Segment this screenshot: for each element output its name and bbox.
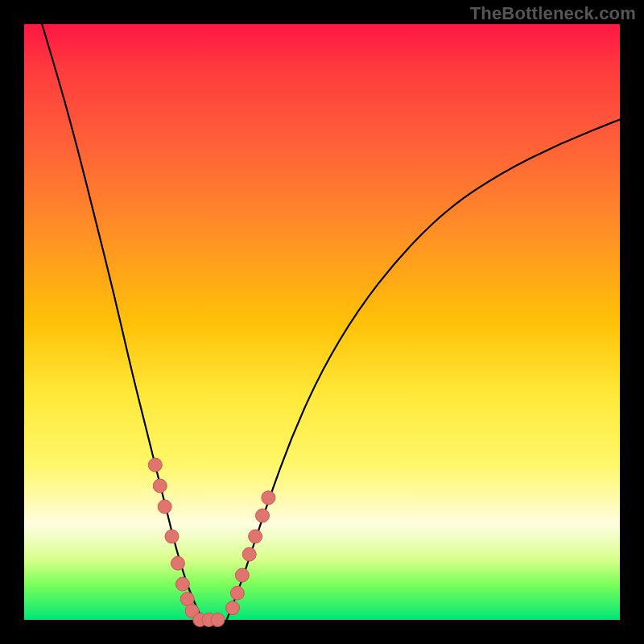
bead-marker: [226, 601, 240, 615]
bead-marker: [262, 491, 275, 505]
bead-marker: [153, 479, 167, 493]
bead-marker: [171, 556, 184, 570]
plot-area: [24, 24, 620, 620]
left-curve: [42, 24, 203, 620]
bead-marker: [211, 613, 225, 627]
bead-marker: [165, 530, 179, 543]
bead-marker: [148, 458, 162, 472]
curve-svg: [24, 24, 620, 620]
bead-marker: [158, 500, 171, 514]
right-curve: [227, 119, 620, 620]
attribution-text: TheBottleneck.com: [470, 3, 636, 24]
bead-group: [148, 458, 275, 626]
bead-marker: [230, 586, 244, 600]
figure-frame: TheBottleneck.com: [0, 0, 644, 644]
bead-marker: [235, 568, 249, 582]
bead-marker: [256, 509, 270, 522]
bead-marker: [242, 547, 256, 561]
bead-marker: [175, 577, 189, 591]
bead-marker: [249, 530, 262, 543]
